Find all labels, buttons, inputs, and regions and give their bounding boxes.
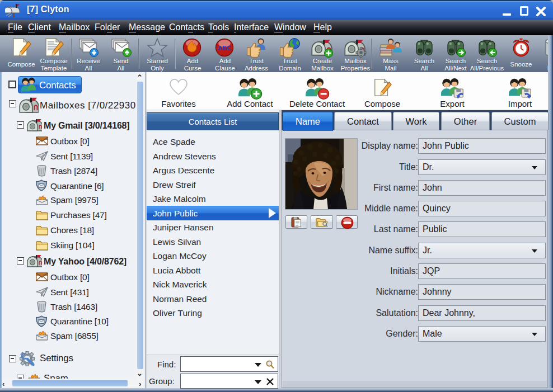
- svg-text:ABC: ABC: [218, 45, 231, 51]
